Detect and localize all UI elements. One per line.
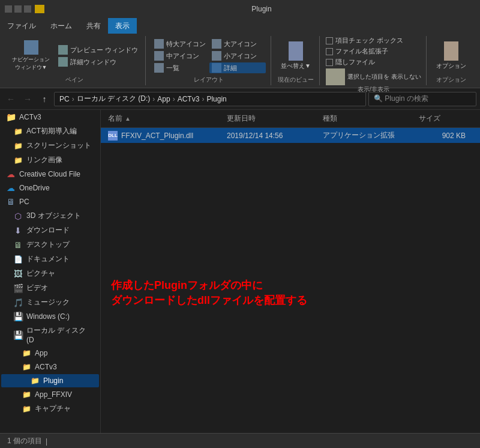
sidebar-item-local-d[interactable]: 💾 ローカル ディスク (D — [1, 324, 99, 346]
file-name-cell: DLL FFXIV_ACT_Plugin.dll — [108, 131, 227, 141]
sidebar-item-act-init[interactable]: 📁 ACT初期導入編 — [1, 124, 99, 138]
tab-view[interactable]: 表示 — [108, 18, 137, 34]
sidebar-label-local-d: ローカル ディスク (D — [26, 325, 94, 344]
sidebar-item-creative-cloud[interactable]: ☁ Creative Cloud File — [1, 168, 99, 181]
checkbox-hidden[interactable]: 隠しファイル — [326, 58, 375, 67]
small-icon-btn[interactable]: 小アイコン — [209, 50, 266, 61]
large-icon-btn-icon — [212, 39, 221, 49]
sort-btn[interactable]: 並べ替え▼ — [277, 40, 314, 71]
sidebar-label-video: ビデオ — [26, 283, 48, 293]
ribbon-group-pane: ナビゲーションウィンドウ▼ プレビュー ウィンドウ 詳細ウィンドウ ペイン — [4, 36, 146, 85]
docs-icon: 📄 — [13, 255, 23, 264]
hidden-label: 隠しファイル — [335, 58, 375, 67]
col-header-modified[interactable]: 更新日時 — [227, 112, 323, 125]
extra-large-icon-btn[interactable]: 特大アイコン — [152, 38, 208, 49]
sidebar-item-actv3[interactable]: 📁 ACTv3 — [1, 110, 99, 124]
large-icon-label: 大アイコン — [224, 40, 257, 49]
pane-group-label: ペイン — [65, 76, 83, 85]
up-btn[interactable]: ↑ — [37, 92, 52, 106]
sidebar-item-windows-c[interactable]: 💾 Windows (C:) — [1, 310, 99, 323]
sidebar-label-actv3: ACTv3 — [19, 113, 41, 121]
sidebar-item-app[interactable]: 📁 App — [1, 347, 99, 360]
col-header-size[interactable]: サイズ — [419, 112, 473, 125]
options-btn[interactable]: オプション — [433, 40, 470, 71]
forward-btn[interactable]: → — [20, 92, 35, 106]
list-btn[interactable]: 一覧 — [152, 62, 208, 73]
hide-selected-btn[interactable]: 選択した項目を 表示しない — [326, 68, 421, 85]
item-check-checkbox[interactable] — [326, 37, 333, 44]
large-icon-btn[interactable]: 大アイコン — [209, 38, 266, 49]
sidebar-item-screenshot[interactable]: 📁 スクリーンショット — [1, 139, 99, 153]
maximize-btn[interactable] — [14, 5, 22, 13]
preview-window-btn[interactable]: プレビュー ウィンドウ — [56, 44, 140, 55]
detail-window-btn[interactable]: 詳細ウィンドウ — [56, 56, 140, 67]
detail-window-label: 詳細ウィンドウ — [70, 58, 116, 67]
tab-file[interactable]: ファイル — [0, 18, 43, 34]
sidebar-item-documents[interactable]: 📄 ドキュメント — [1, 252, 99, 266]
window-controls[interactable] — [5, 5, 31, 13]
sidebar-label-act-init: ACT初期導入編 — [26, 126, 77, 136]
preview-window-label: プレビュー ウィンドウ — [70, 46, 138, 55]
sidebar-item-onedrive[interactable]: ☁ OneDrive — [1, 181, 99, 195]
path-sep-1: › — [72, 95, 74, 103]
sidebar-item-actv3-sub[interactable]: 📁 ACTv3 — [1, 360, 99, 374]
sidebar-label-desktop: デスクトップ — [26, 240, 70, 250]
sidebar-item-desktop[interactable]: 🖥 デスクトップ — [1, 238, 99, 252]
sidebar-label-downloads: ダウンロード — [26, 225, 70, 235]
col-header-name[interactable]: 名前 ▲ — [108, 112, 227, 125]
col-header-type[interactable]: 種類 — [323, 112, 419, 125]
medium-icon-btn[interactable]: 中アイコン — [152, 50, 208, 61]
path-pc: PC — [59, 95, 70, 103]
table-row[interactable]: DLL FFXIV_ACT_Plugin.dll 2019/12/14 14:5… — [101, 128, 480, 143]
sidebar-label-plugin: Plugin — [43, 377, 63, 385]
path-actv3: ACTv3 — [178, 95, 200, 103]
cloud-icon: ☁ — [6, 169, 16, 179]
hidden-checkbox[interactable] — [326, 59, 333, 66]
sidebar-item-downloads[interactable]: ⬇ ダウンロード — [1, 223, 99, 237]
sidebar-item-link-image[interactable]: 📁 リンク画像 — [1, 153, 99, 167]
folder-icon-actv3sub: 📁 — [22, 362, 31, 372]
search-box[interactable]: 🔍 Plugin の検索 — [368, 92, 476, 106]
path-sep-4: › — [202, 95, 204, 103]
content-rows: DLL FFXIV_ACT_Plugin.dll 2019/12/14 14:5… — [101, 128, 480, 433]
sidebar-item-plugin[interactable]: 📁 Plugin — [1, 374, 99, 387]
current-view-label: 現在のビュー — [278, 76, 314, 85]
folder-icon-plugin: 📁 — [30, 376, 40, 386]
nav-window-btn[interactable]: ナビゲーションウィンドウ▼ — [8, 39, 53, 73]
path-app: App — [157, 95, 170, 103]
back-btn[interactable]: ← — [4, 92, 18, 106]
sidebar-item-3d[interactable]: ⬡ 3D オブジェクト — [1, 209, 99, 223]
sidebar-label-link: リンク画像 — [26, 155, 62, 165]
sidebar-item-capture[interactable]: 📁 キャプチャ — [1, 402, 99, 416]
detail-btn[interactable]: 詳細 — [209, 62, 266, 73]
path-local-disk: ローカル ディスク (D:) — [77, 94, 151, 104]
sidebar-label-app-ffxiv: App_FFXIV — [35, 390, 72, 399]
tab-share[interactable]: 共有 — [79, 18, 108, 34]
close-btn[interactable] — [24, 5, 31, 13]
desktop-icon: 🖥 — [13, 240, 23, 250]
sidebar-label-app: App — [35, 349, 47, 357]
ribbon-content: ナビゲーションウィンドウ▼ プレビュー ウィンドウ 詳細ウィンドウ ペイン — [0, 34, 480, 88]
minimize-btn[interactable] — [5, 5, 12, 13]
path-sep-3: › — [173, 95, 175, 103]
tab-home[interactable]: ホーム — [43, 18, 79, 34]
checkbox-item-check[interactable]: 項目チェック ボックス — [326, 36, 403, 45]
sidebar-item-app-ffxiv[interactable]: 📁 App_FFXIV — [1, 388, 99, 401]
sidebar-item-music[interactable]: 🎵 ミュージック — [1, 295, 99, 309]
drive-c-icon: 💾 — [13, 312, 23, 321]
extension-checkbox[interactable] — [326, 48, 333, 55]
options-label: オプション — [436, 62, 466, 70]
checkbox-extension[interactable]: ファイル名拡張子 — [326, 47, 388, 56]
address-path[interactable]: PC › ローカル ディスク (D:) › App › ACTv3 › Plug… — [54, 92, 366, 106]
onedrive-icon: ☁ — [6, 183, 16, 193]
main-area: 📁 ACTv3 📁 ACT初期導入編 📁 スクリーンショット 📁 リンク画像 ☁… — [0, 110, 480, 433]
sidebar-item-pictures[interactable]: 🖼 ピクチャ — [1, 267, 99, 280]
sidebar-item-pc[interactable]: 🖥 PC — [1, 195, 99, 208]
sidebar-item-video[interactable]: 🎬 ビデオ — [1, 281, 99, 295]
sidebar-label-screenshot: スクリーンショット — [26, 141, 91, 151]
ribbon-group-view: 並べ替え▼ 現在のビュー — [272, 36, 320, 85]
hide-selected-icon — [326, 68, 345, 85]
ribbon: ファイル ホーム 共有 表示 ナビゲーションウィンドウ▼ プレビュー ウィンドウ — [0, 18, 480, 88]
small-icon-label: 小アイコン — [224, 52, 257, 61]
options-icon — [444, 41, 458, 61]
